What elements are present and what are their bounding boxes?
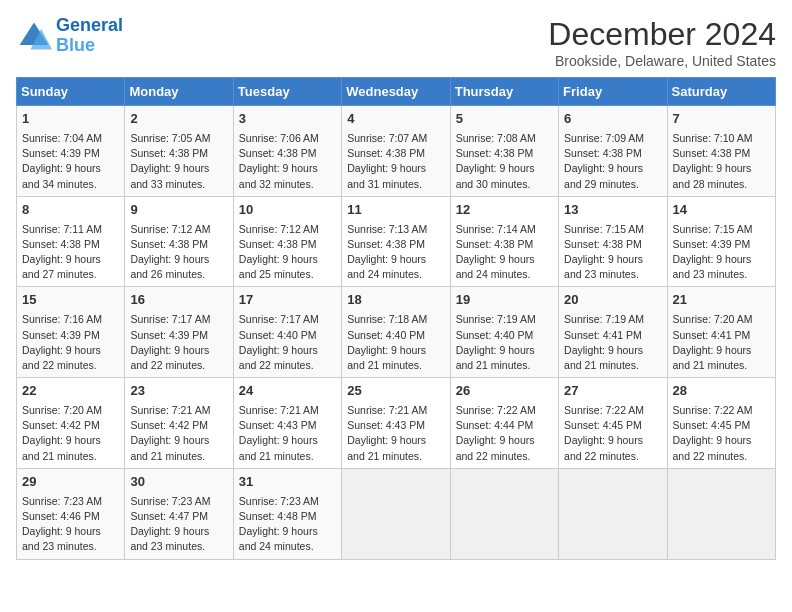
sunrise: Sunrise: 7:15 AM (564, 223, 644, 235)
calendar-cell: 2Sunrise: 7:05 AMSunset: 4:38 PMDaylight… (125, 106, 233, 197)
calendar-cell: 24Sunrise: 7:21 AMSunset: 4:43 PMDayligh… (233, 378, 341, 469)
sunset: Sunset: 4:40 PM (456, 329, 534, 341)
daylight: Daylight: 9 hours and 28 minutes. (673, 162, 752, 189)
day-number: 7 (673, 110, 770, 129)
calendar-cell: 18Sunrise: 7:18 AMSunset: 4:40 PMDayligh… (342, 287, 450, 378)
sunset: Sunset: 4:42 PM (22, 419, 100, 431)
daylight: Daylight: 9 hours and 33 minutes. (130, 162, 209, 189)
sunset: Sunset: 4:48 PM (239, 510, 317, 522)
sunset: Sunset: 4:38 PM (22, 238, 100, 250)
daylight: Daylight: 9 hours and 30 minutes. (456, 162, 535, 189)
sunset: Sunset: 4:41 PM (673, 329, 751, 341)
day-number: 4 (347, 110, 444, 129)
calendar-cell: 22Sunrise: 7:20 AMSunset: 4:42 PMDayligh… (17, 378, 125, 469)
sunrise: Sunrise: 7:19 AM (564, 313, 644, 325)
calendar-cell: 16Sunrise: 7:17 AMSunset: 4:39 PMDayligh… (125, 287, 233, 378)
sunrise: Sunrise: 7:17 AM (130, 313, 210, 325)
day-number: 20 (564, 291, 661, 310)
sunrise: Sunrise: 7:14 AM (456, 223, 536, 235)
sunset: Sunset: 4:39 PM (130, 329, 208, 341)
logo: General Blue (16, 16, 123, 56)
sunset: Sunset: 4:44 PM (456, 419, 534, 431)
sunrise: Sunrise: 7:22 AM (456, 404, 536, 416)
sunset: Sunset: 4:38 PM (130, 147, 208, 159)
sunrise: Sunrise: 7:19 AM (456, 313, 536, 325)
header-sunday: Sunday (17, 78, 125, 106)
calendar-cell (559, 468, 667, 559)
daylight: Daylight: 9 hours and 21 minutes. (456, 344, 535, 371)
calendar-cell: 4Sunrise: 7:07 AMSunset: 4:38 PMDaylight… (342, 106, 450, 197)
sunset: Sunset: 4:46 PM (22, 510, 100, 522)
calendar-cell: 9Sunrise: 7:12 AMSunset: 4:38 PMDaylight… (125, 196, 233, 287)
calendar-cell: 31Sunrise: 7:23 AMSunset: 4:48 PMDayligh… (233, 468, 341, 559)
sunrise: Sunrise: 7:18 AM (347, 313, 427, 325)
daylight: Daylight: 9 hours and 22 minutes. (673, 434, 752, 461)
sunset: Sunset: 4:45 PM (564, 419, 642, 431)
calendar-row: 15Sunrise: 7:16 AMSunset: 4:39 PMDayligh… (17, 287, 776, 378)
sunset: Sunset: 4:43 PM (347, 419, 425, 431)
daylight: Daylight: 9 hours and 23 minutes. (564, 253, 643, 280)
calendar-cell: 8Sunrise: 7:11 AMSunset: 4:38 PMDaylight… (17, 196, 125, 287)
sunrise: Sunrise: 7:23 AM (22, 495, 102, 507)
sunset: Sunset: 4:38 PM (239, 238, 317, 250)
daylight: Daylight: 9 hours and 22 minutes. (456, 434, 535, 461)
day-number: 19 (456, 291, 553, 310)
month-title: December 2024 (548, 16, 776, 53)
sunrise: Sunrise: 7:12 AM (130, 223, 210, 235)
header-friday: Friday (559, 78, 667, 106)
day-number: 6 (564, 110, 661, 129)
day-number: 27 (564, 382, 661, 401)
daylight: Daylight: 9 hours and 32 minutes. (239, 162, 318, 189)
sunrise: Sunrise: 7:04 AM (22, 132, 102, 144)
calendar-cell: 28Sunrise: 7:22 AMSunset: 4:45 PMDayligh… (667, 378, 775, 469)
daylight: Daylight: 9 hours and 21 minutes. (564, 344, 643, 371)
sunset: Sunset: 4:39 PM (22, 147, 100, 159)
sunrise: Sunrise: 7:11 AM (22, 223, 102, 235)
day-number: 16 (130, 291, 227, 310)
daylight: Daylight: 9 hours and 24 minutes. (347, 253, 426, 280)
calendar-table: SundayMondayTuesdayWednesdayThursdayFrid… (16, 77, 776, 560)
sunset: Sunset: 4:38 PM (673, 147, 751, 159)
calendar-cell: 14Sunrise: 7:15 AMSunset: 4:39 PMDayligh… (667, 196, 775, 287)
day-number: 23 (130, 382, 227, 401)
sunrise: Sunrise: 7:23 AM (130, 495, 210, 507)
calendar-cell: 15Sunrise: 7:16 AMSunset: 4:39 PMDayligh… (17, 287, 125, 378)
day-number: 11 (347, 201, 444, 220)
calendar-cell: 5Sunrise: 7:08 AMSunset: 4:38 PMDaylight… (450, 106, 558, 197)
sunset: Sunset: 4:38 PM (347, 147, 425, 159)
calendar-cell: 26Sunrise: 7:22 AMSunset: 4:44 PMDayligh… (450, 378, 558, 469)
sunrise: Sunrise: 7:17 AM (239, 313, 319, 325)
header-monday: Monday (125, 78, 233, 106)
sunset: Sunset: 4:38 PM (564, 238, 642, 250)
day-number: 2 (130, 110, 227, 129)
calendar-cell: 3Sunrise: 7:06 AMSunset: 4:38 PMDaylight… (233, 106, 341, 197)
daylight: Daylight: 9 hours and 22 minutes. (130, 344, 209, 371)
sunrise: Sunrise: 7:22 AM (673, 404, 753, 416)
calendar-row: 29Sunrise: 7:23 AMSunset: 4:46 PMDayligh… (17, 468, 776, 559)
sunrise: Sunrise: 7:15 AM (673, 223, 753, 235)
sunrise: Sunrise: 7:05 AM (130, 132, 210, 144)
daylight: Daylight: 9 hours and 21 minutes. (22, 434, 101, 461)
calendar-cell: 29Sunrise: 7:23 AMSunset: 4:46 PMDayligh… (17, 468, 125, 559)
day-number: 21 (673, 291, 770, 310)
day-number: 26 (456, 382, 553, 401)
daylight: Daylight: 9 hours and 23 minutes. (673, 253, 752, 280)
day-number: 10 (239, 201, 336, 220)
sunrise: Sunrise: 7:08 AM (456, 132, 536, 144)
sunrise: Sunrise: 7:09 AM (564, 132, 644, 144)
logo-icon (16, 18, 52, 54)
calendar-cell: 27Sunrise: 7:22 AMSunset: 4:45 PMDayligh… (559, 378, 667, 469)
daylight: Daylight: 9 hours and 34 minutes. (22, 162, 101, 189)
calendar-cell: 6Sunrise: 7:09 AMSunset: 4:38 PMDaylight… (559, 106, 667, 197)
header-saturday: Saturday (667, 78, 775, 106)
calendar-cell: 23Sunrise: 7:21 AMSunset: 4:42 PMDayligh… (125, 378, 233, 469)
calendar-cell (342, 468, 450, 559)
sunrise: Sunrise: 7:21 AM (130, 404, 210, 416)
day-number: 25 (347, 382, 444, 401)
day-number: 29 (22, 473, 119, 492)
sunrise: Sunrise: 7:06 AM (239, 132, 319, 144)
day-number: 8 (22, 201, 119, 220)
calendar-cell (667, 468, 775, 559)
daylight: Daylight: 9 hours and 22 minutes. (564, 434, 643, 461)
sunrise: Sunrise: 7:20 AM (22, 404, 102, 416)
